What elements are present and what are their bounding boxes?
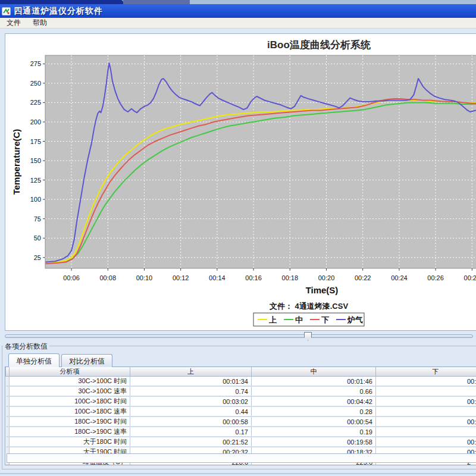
y-tick-label: 175 xyxy=(30,138,41,145)
value-cell: 0.28 xyxy=(252,406,376,416)
y-tick-label: 75 xyxy=(34,215,41,223)
analysis-item-cell: 30C->100C 速率 xyxy=(10,386,130,396)
table-row[interactable]: 大于180C 时间00:21:5200:19:5800:1 xyxy=(6,437,476,447)
x-tick-label: 00:18 xyxy=(282,274,299,281)
x-tick-label: 00:06 xyxy=(63,274,80,281)
analysis-tab-content: 分析项上中下 30C->100C 时间00:01:3400:01:4600:03… xyxy=(5,367,476,465)
x-tick-label: 00:14 xyxy=(209,274,226,281)
value-cell xyxy=(376,427,476,437)
legend-label-炉气: 炉气 xyxy=(347,315,363,324)
x-tick-label: 00:10 xyxy=(136,274,153,281)
y-tick-label: 25 xyxy=(34,254,41,261)
y-tick-label: 275 xyxy=(30,60,41,67)
timeline-slider-thumb[interactable] xyxy=(304,332,312,341)
table-row[interactable]: 30C->100C 速率0.740.66 xyxy=(6,386,476,396)
value-cell: 0.44 xyxy=(130,406,252,416)
y-tick-label: 100 xyxy=(30,196,41,203)
y-tick-label: 225 xyxy=(30,99,41,106)
value-cell: 00:21:52 xyxy=(130,437,252,447)
x-tick-label: 00:28 xyxy=(464,274,476,281)
x-tick-label: 00:12 xyxy=(173,274,189,281)
table-row[interactable]: 180C->190C 时间00:00:5800:00:5400:0 xyxy=(6,416,476,427)
analysis-table-header: 分析项上中下 xyxy=(6,367,476,377)
value-cell: 00:01:34 xyxy=(130,377,252,387)
x-tick-label: 00:26 xyxy=(427,274,444,281)
column-header[interactable]: 上 xyxy=(130,367,252,377)
x-tick-label: 00:22 xyxy=(355,274,371,281)
chart-panel: 25507510012515017520022525027500:0600:08… xyxy=(5,33,476,331)
value-cell: 00:03:02 xyxy=(130,396,252,406)
table-row[interactable]: 30C->100C 时间00:01:3400:01:4600:0 xyxy=(6,377,476,387)
table-header-row: 分析项上中下 xyxy=(6,367,476,377)
background-window-tab xyxy=(0,0,123,4)
analysis-tabs: 单独分析值 对比分析值 xyxy=(8,354,112,367)
value-cell: 00:04:42 xyxy=(252,396,376,406)
x-tick-label: 00:08 xyxy=(100,274,117,281)
analysis-item-cell: 30C->100C 时间 xyxy=(10,377,130,387)
app-icon xyxy=(2,7,11,15)
value-cell: 00:0 xyxy=(376,396,476,406)
table-row[interactable]: 180C->190C 速率0.170.19 xyxy=(6,427,476,437)
title-bar: 四通道炉温仪分析软件 xyxy=(0,4,476,18)
plot-area xyxy=(45,55,476,268)
column-header[interactable]: 分析项 xyxy=(10,367,130,377)
window-bottom-edge xyxy=(0,473,476,474)
timeline-slider-track[interactable] xyxy=(5,334,473,338)
legend-label-上: 上 xyxy=(269,315,277,324)
value-cell: 00:1 xyxy=(376,437,476,447)
y-tick-label: 125 xyxy=(30,177,41,184)
analysis-item-cell: 大于180C 时间 xyxy=(10,437,130,447)
menu-item-file[interactable]: 文件 xyxy=(5,17,23,29)
value-cell: 0.19 xyxy=(252,427,376,437)
x-tick-label: 00:16 xyxy=(245,274,262,281)
table-row[interactable]: 100C->180C 时间00:03:0200:04:4200:0 xyxy=(6,396,476,406)
table-row[interactable]: 100C->180C 速率0.440.28 xyxy=(6,406,476,416)
value-cell: 00:00:54 xyxy=(252,416,376,427)
value-cell: 00:00:58 xyxy=(130,416,252,427)
analysis-group-label: 各项分析数值 xyxy=(3,342,49,352)
legend-label-中: 中 xyxy=(295,315,303,324)
tab-comparative-analysis[interactable]: 对比分析值 xyxy=(61,354,112,367)
y-tick-label: 50 xyxy=(34,234,41,242)
background-window-edge xyxy=(0,0,476,4)
background-window-tab-edge xyxy=(123,0,190,4)
analysis-item-cell: 100C->180C 时间 xyxy=(10,396,130,406)
window-title: 四通道炉温仪分析软件 xyxy=(14,6,103,17)
value-cell xyxy=(376,406,476,416)
chart-title: iBoo温度曲线分析系统 xyxy=(267,39,371,51)
value-cell: 0.74 xyxy=(130,386,252,396)
menu-bar: 文件 帮助 xyxy=(0,18,476,29)
value-cell: 00:0 xyxy=(376,377,476,387)
column-header[interactable]: 下 xyxy=(376,367,476,377)
value-cell: 00:19:58 xyxy=(252,437,376,447)
y-tick-label: 200 xyxy=(30,118,41,126)
analysis-table-body: 30C->100C 时间00:01:3400:01:4600:030C->100… xyxy=(6,377,476,466)
analysis-item-cell: 100C->180C 速率 xyxy=(10,406,130,416)
y-tick-label: 150 xyxy=(30,157,41,164)
value-cell: 00:0 xyxy=(376,416,476,427)
value-cell: 0.66 xyxy=(252,386,376,396)
value-cell xyxy=(376,386,476,396)
x-tick-label: 00:20 xyxy=(318,274,335,281)
legend-label-下: 下 xyxy=(321,315,329,324)
value-cell: 00:01:46 xyxy=(252,377,376,387)
column-header[interactable]: 中 xyxy=(252,367,376,377)
file-label: 文件： 4通道烤漆.CSV xyxy=(269,302,349,311)
analysis-item-cell: 180C->190C 时间 xyxy=(10,416,130,427)
menu-item-help[interactable]: 帮助 xyxy=(31,17,49,29)
analysis-item-cell: 180C->190C 速率 xyxy=(10,427,130,437)
analysis-table: 分析项上中下 30C->100C 时间00:01:3400:01:4600:03… xyxy=(5,367,476,465)
value-cell: 0.17 xyxy=(130,427,252,437)
y-axis-label: Temperature(C) xyxy=(11,129,21,195)
x-tick-label: 00:24 xyxy=(391,274,408,281)
tab-individual-analysis[interactable]: 单独分析值 xyxy=(8,353,60,367)
x-axis-label: Time(S) xyxy=(306,285,339,295)
analysis-table-empty-area xyxy=(7,453,476,463)
y-tick-label: 250 xyxy=(30,80,41,87)
chart-svg: 25507510012515017520022525027500:0600:08… xyxy=(5,34,476,330)
